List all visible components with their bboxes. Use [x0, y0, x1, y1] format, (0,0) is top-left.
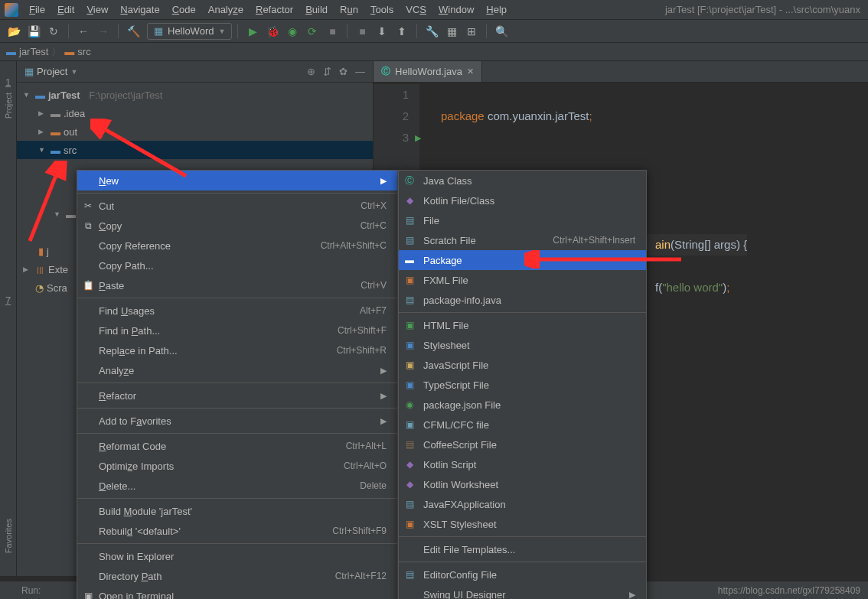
project-tool-number[interactable]: 1 — [5, 77, 11, 88]
new-kt-worksheet[interactable]: ◆Kotlin Worksheet — [399, 474, 646, 494]
hide-panel-icon[interactable]: — — [355, 66, 365, 77]
menu-analyze[interactable]: Analyze — [202, 2, 250, 18]
menu-copy-reference[interactable]: Copy ReferenceCtrl+Alt+Shift+C — [77, 236, 397, 256]
new-cfml[interactable]: ▣CFML/CFC file — [399, 415, 646, 435]
menu-run[interactable]: Run — [334, 2, 364, 18]
project-structure-icon[interactable]: ▦ — [442, 22, 461, 41]
folder-icon: ▬ — [51, 108, 60, 119]
run-tool-window[interactable]: Run: — [8, 585, 41, 596]
new-java-class[interactable]: ⒸJava Class — [399, 171, 646, 190]
new-fxml[interactable]: ▣FXML File — [399, 270, 646, 290]
menu-build-module[interactable]: Build Module 'jarTest' — [77, 501, 397, 521]
new-package-info[interactable]: ▤package-info.java — [399, 290, 646, 310]
tree-root[interactable]: ▼ ▬ jarTest F:\project\jarTest — [17, 86, 373, 104]
ts-icon: ▣ — [403, 379, 416, 390]
search-everywhere-icon[interactable]: 🔍 — [492, 22, 511, 41]
new-editorconfig[interactable]: ▤EditorConfig File — [399, 565, 646, 584]
vcs-commit-icon[interactable]: ⬆ — [393, 22, 411, 41]
menu-optimize-imports[interactable]: Optimize ImportsCtrl+Alt+O — [77, 456, 397, 476]
new-swing[interactable]: Swing UI Designer▶ — [399, 584, 646, 599]
build-icon[interactable]: 🔨 — [124, 22, 142, 41]
new-stylesheet[interactable]: ▣Stylesheet — [399, 335, 646, 355]
menu-show-explorer[interactable]: Show in Explorer — [77, 546, 397, 566]
menu-view[interactable]: View — [80, 2, 114, 18]
cut-icon: ✂ — [82, 200, 94, 211]
new-package-json[interactable]: ◉package.json File — [399, 395, 646, 415]
window-title: jarTest [F:\project\jarTest] - ...\src\c… — [665, 4, 865, 15]
project-panel-title[interactable]: Project — [37, 66, 67, 77]
javafx-icon: ▤ — [403, 499, 416, 509]
menu-help[interactable]: Help — [480, 2, 513, 18]
menu-rebuild[interactable]: Rebuild '<default>'Ctrl+Shift+F9 — [77, 521, 397, 541]
tree-idea[interactable]: ▶ ▬ .idea — [17, 104, 373, 122]
menu-paste[interactable]: 📋PasteCtrl+V — [77, 275, 397, 295]
menu-code[interactable]: Code — [166, 2, 202, 18]
favorites-tool-label[interactable]: Favorites — [4, 519, 13, 553]
new-ts[interactable]: ▣TypeScript File — [399, 375, 646, 395]
vcs-update-icon[interactable]: ⬇ — [373, 22, 391, 41]
menu-find-usages[interactable]: Find UsagesAlt+F7 — [77, 301, 397, 321]
menu-edit[interactable]: Edit — [51, 2, 80, 18]
run-config-selector[interactable]: ▦ HelloWord ▼ — [147, 23, 232, 40]
attach-icon[interactable]: ■ — [323, 22, 341, 41]
new-scratch[interactable]: ▤Scratch FileCtrl+Alt+Shift+Insert — [399, 230, 646, 250]
coverage-icon[interactable]: ◉ — [283, 22, 302, 41]
new-javafx[interactable]: ▤JavaFXApplication — [399, 494, 646, 514]
menu-build[interactable]: Build — [299, 2, 334, 18]
structure-tool-number[interactable]: 7 — [5, 295, 11, 306]
forward-icon[interactable]: → — [94, 22, 113, 41]
settings-icon[interactable]: 🔧 — [423, 22, 441, 41]
menu-file[interactable]: File — [23, 2, 51, 18]
menu-copy-path[interactable]: Copy Path... — [77, 256, 397, 275]
class-icon: Ⓒ — [403, 174, 416, 187]
menu-copy[interactable]: ⧉CopyCtrl+C — [77, 216, 397, 236]
new-kt-script[interactable]: ◆Kotlin Script — [399, 454, 646, 474]
project-tool-label[interactable]: Project — [4, 93, 13, 119]
editor-tab[interactable]: Ⓒ HelloWord.java ✕ — [374, 61, 482, 82]
menu-find-in-path[interactable]: Find in Path...Ctrl+Shift+F — [77, 321, 397, 340]
menu-replace-in-path[interactable]: Replace in Path...Ctrl+Shift+R — [77, 340, 397, 360]
new-kotlin[interactable]: ◆Kotlin File/Class — [399, 190, 646, 210]
menu-open-terminal[interactable]: ▣Open in Terminal — [77, 586, 397, 599]
menu-refactor[interactable]: Refactor — [250, 2, 299, 18]
run-icon[interactable]: ▶ — [243, 22, 262, 41]
run-gutter-icon[interactable]: ▶ — [415, 127, 421, 148]
new-xslt[interactable]: ▣XSLT Stylesheet — [399, 514, 646, 534]
menu-navigate[interactable]: Navigate — [114, 2, 165, 18]
close-tab-icon[interactable]: ✕ — [467, 67, 474, 77]
gear-icon[interactable]: ✿ — [339, 66, 348, 77]
kotlin-icon: ◆ — [403, 459, 416, 470]
menu-tools[interactable]: Tools — [364, 2, 400, 18]
back-icon[interactable]: ← — [74, 22, 93, 41]
stop-icon[interactable]: ■ — [353, 22, 371, 41]
tree-out[interactable]: ▶ ▬ out — [17, 122, 373, 141]
new-html[interactable]: ▣HTML File — [399, 315, 646, 335]
select-opened-icon[interactable]: ⊕ — [307, 66, 315, 77]
breadcrumb-src[interactable]: src — [77, 46, 90, 57]
new-coffee[interactable]: ▤CoffeeScript File — [399, 435, 646, 454]
profile-icon[interactable]: ⟳ — [303, 22, 321, 41]
sync-icon[interactable]: ↻ — [44, 22, 63, 41]
menu-analyze[interactable]: Analyze▶ — [77, 360, 397, 380]
menu-add-favorites[interactable]: Add to Favorites▶ — [77, 411, 397, 431]
menu-refactor[interactable]: Refactor▶ — [77, 386, 397, 405]
save-all-icon[interactable]: 💾 — [24, 22, 43, 41]
new-js[interactable]: ▣JavaScript File — [399, 355, 646, 375]
main-toolbar: 📂 💾 ↻ ← → 🔨 ▦ HelloWord ▼ ▶ 🐞 ◉ ⟳ ■ ■ ⬇ … — [0, 20, 868, 43]
menu-window[interactable]: Window — [432, 2, 480, 18]
menu-delete[interactable]: Delete...Delete — [77, 476, 397, 496]
menu-reformat[interactable]: Reformat CodeCtrl+Alt+L — [77, 436, 397, 456]
run-config-label: HelloWord — [168, 25, 214, 37]
new-file[interactable]: ▤File — [399, 210, 646, 230]
menu-cut[interactable]: ✂CutCtrl+X — [77, 196, 397, 216]
tree-src[interactable]: ▼ ▬ src — [17, 141, 373, 159]
collapse-all-icon[interactable]: ⇵ — [323, 66, 331, 77]
open-icon[interactable]: 📂 — [5, 22, 23, 41]
menu-vcs[interactable]: VCS — [400, 2, 432, 18]
menu-directory-path[interactable]: Directory PathCtrl+Alt+F12 — [77, 566, 397, 586]
new-edit-templates[interactable]: Edit File Templates... — [399, 539, 646, 559]
chevron-down-icon[interactable]: ▼ — [70, 68, 77, 76]
breadcrumb-root[interactable]: jarTest — [19, 46, 48, 57]
sdk-icon[interactable]: ⊞ — [462, 22, 481, 41]
debug-icon[interactable]: 🐞 — [263, 22, 282, 41]
